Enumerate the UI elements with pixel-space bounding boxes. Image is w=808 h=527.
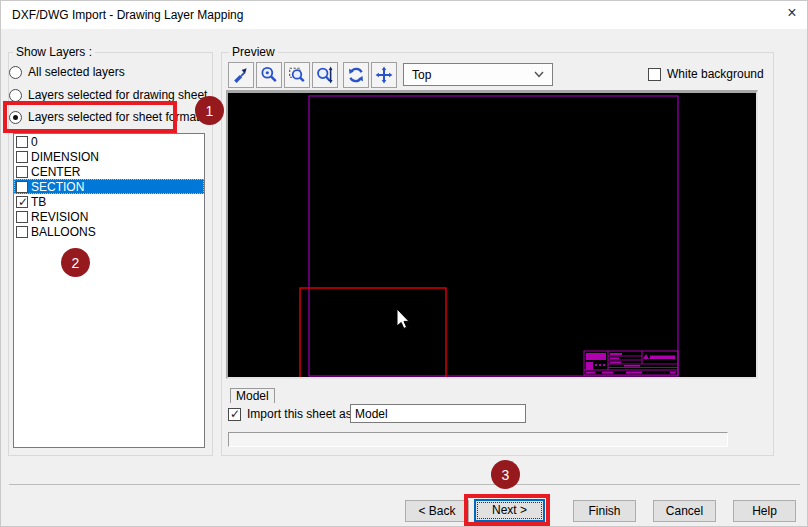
back-button-label: < Back — [418, 504, 455, 518]
show-layers-group-label: Show Layers : — [13, 45, 95, 59]
dxf-dwg-import-dialog: { "window": { "title": "DXF/DWG Import -… — [0, 0, 808, 527]
preview-group-label: Preview — [229, 45, 278, 59]
back-button[interactable]: < Back — [405, 500, 469, 522]
layer-row-0[interactable]: 0 — [14, 134, 204, 149]
pan-button[interactable] — [371, 62, 397, 88]
title-bar: DXF/DWG Import - Drawing Layer Mapping × — [1, 1, 807, 29]
layer-row-section[interactable]: SECTION — [14, 179, 204, 194]
white-background-checkbox[interactable]: White background — [648, 67, 764, 81]
drawing-preview — [228, 93, 756, 377]
radio-label: All selected layers — [28, 65, 125, 79]
zoom-to-selection-icon — [232, 66, 250, 84]
import-sheet-label: Import this sheet as : — [247, 407, 358, 421]
section-rectangle — [300, 288, 446, 377]
checkbox-icon — [228, 408, 241, 421]
zoom-in-out-button[interactable] — [312, 62, 338, 88]
finish-button-label: Finish — [588, 504, 620, 518]
layer-row-center[interactable]: CENTER — [14, 164, 204, 179]
sheet-name-input[interactable] — [350, 404, 526, 423]
cancel-button-label: Cancel — [666, 504, 703, 518]
zoom-in-out-icon — [316, 66, 334, 84]
highlight-box-step1 — [3, 101, 177, 133]
annotation-step-1: 1 — [195, 96, 224, 125]
close-icon: × — [787, 4, 796, 21]
help-button-label: Help — [752, 504, 777, 518]
layer-checkbox[interactable] — [16, 211, 28, 223]
annotation-number: 1 — [206, 103, 214, 119]
mouse-cursor-icon — [397, 309, 409, 329]
layer-name: CENTER — [31, 165, 80, 179]
layer-row-tb[interactable]: TB — [14, 194, 204, 209]
sheet-border — [309, 96, 678, 376]
layer-name: REVISION — [31, 210, 88, 224]
import-sheet-checkbox[interactable]: Import this sheet as : — [228, 407, 358, 421]
view-orientation-value: Top — [412, 68, 431, 82]
layer-name: TB — [31, 195, 46, 209]
chevron-down-icon — [534, 71, 544, 78]
rotate-view-icon — [347, 66, 365, 84]
annotation-number: 2 — [72, 255, 80, 271]
annotation-number: 3 — [502, 467, 510, 483]
close-button[interactable]: × — [777, 1, 807, 27]
layer-name: BALLOONS — [31, 225, 96, 239]
layer-checkbox[interactable] — [16, 166, 28, 178]
footer-separator — [9, 484, 800, 485]
white-background-label: White background — [667, 67, 764, 81]
annotation-step-3: 3 — [491, 460, 520, 489]
zoom-to-area-button[interactable] — [284, 62, 310, 88]
zoom-to-selection-button[interactable] — [228, 62, 254, 88]
radio-icon — [9, 66, 22, 79]
layer-checkbox[interactable] — [16, 136, 28, 148]
zoom-in-icon — [260, 66, 278, 84]
pan-icon — [375, 66, 393, 84]
preview-canvas[interactable] — [226, 90, 758, 379]
layer-name: 0 — [31, 135, 38, 149]
radio-layers-drawing-sheet[interactable]: Layers selected for drawing sheet — [9, 88, 209, 102]
layer-checkbox[interactable] — [16, 196, 28, 208]
layer-name: DIMENSION — [31, 150, 99, 164]
layer-checkbox[interactable] — [16, 151, 28, 163]
window-title: DXF/DWG Import - Drawing Layer Mapping — [12, 8, 243, 22]
layer-checkbox[interactable] — [16, 226, 28, 238]
layer-row-balloons[interactable]: BALLOONS — [14, 224, 204, 239]
layer-row-dimension[interactable]: DIMENSION — [14, 149, 204, 164]
title-block — [584, 351, 678, 375]
layer-list[interactable]: 0 DIMENSION CENTER SECTION TB REVISION B… — [13, 133, 205, 448]
sheet-tab-label: Model — [236, 389, 269, 403]
status-bar — [228, 432, 728, 447]
radio-icon — [9, 89, 22, 102]
view-orientation-select[interactable]: Top — [403, 63, 553, 86]
zoom-to-area-icon — [288, 66, 306, 84]
layer-row-revision[interactable]: REVISION — [14, 209, 204, 224]
annotation-step-2: 2 — [61, 248, 90, 277]
layer-name: SECTION — [31, 180, 84, 194]
finish-button[interactable]: Finish — [573, 500, 636, 522]
rotate-view-button[interactable] — [343, 62, 369, 88]
layer-checkbox[interactable] — [16, 181, 28, 193]
highlight-box-step3 — [464, 494, 550, 526]
zoom-in-button[interactable] — [256, 62, 282, 88]
help-button[interactable]: Help — [733, 500, 796, 522]
radio-all-selected-layers[interactable]: All selected layers — [9, 65, 199, 79]
checkbox-icon — [648, 68, 661, 81]
cancel-button[interactable]: Cancel — [653, 500, 716, 522]
sheet-tab-model[interactable]: Model — [230, 388, 275, 403]
radio-label: Layers selected for drawing sheet — [28, 88, 207, 102]
